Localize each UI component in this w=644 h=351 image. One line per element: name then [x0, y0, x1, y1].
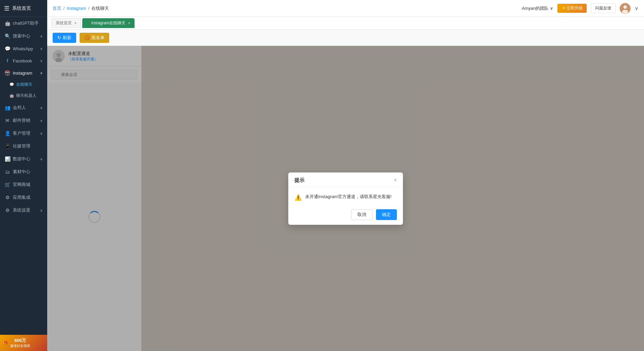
promo-icon: 🎁 — [3, 341, 8, 345]
upgrade-button[interactable]: ⚡立即升级 — [557, 4, 587, 13]
modal-body: ⚠️ 未开通Instagram官方通道，请联系星光客服! — [288, 187, 403, 206]
sidebar-instagram-label: Instagram — [13, 71, 32, 76]
sidebar-item-data[interactable]: 📊 数据中心 ∨ — [0, 153, 47, 165]
sidebar-item-social[interactable]: 📱 社媒管理 — [0, 140, 47, 153]
sidebar-item-online-chat[interactable]: 💬 在线聊天 — [0, 79, 47, 90]
breadcrumb-current: 在线聊天 — [91, 5, 109, 11]
sidebar-item-whatsapp[interactable]: 💬 WhatsApp ∨ — [0, 43, 47, 55]
tab-instagram-chat-close[interactable]: × — [128, 21, 130, 25]
sidebar-chatgpt-label: chatGPT助手 — [13, 20, 39, 26]
promo-subtext: 600万 — [10, 338, 30, 344]
team-arrow-icon: ∨ — [550, 6, 553, 11]
sidebar-home-label: 系统首页 — [12, 5, 31, 11]
blacklist-button[interactable]: 🚫 黑名单 — [80, 33, 109, 43]
modal-message: 未开通Instagram官方通道，请联系星光客服! — [305, 193, 391, 200]
sidebar-store-label: 官网商城 — [13, 182, 30, 188]
refresh-label: 刷新 — [63, 35, 71, 41]
blacklist-label: 黑名单 — [91, 35, 105, 41]
top-header: 首页 / Instagram / 在线聊天 Amyan的团队 ∨ ⚡立即升级 问… — [47, 0, 644, 17]
refresh-button[interactable]: ↻ 刷新 — [53, 33, 76, 43]
warning-icon: ⚠️ — [294, 194, 302, 201]
sidebar-header[interactable]: ☰ 系统首页 — [0, 0, 47, 17]
modal-confirm-button[interactable]: 确定 — [376, 209, 397, 220]
sidebar-apps-label: 应用集成 — [13, 194, 30, 200]
materials-icon: 🗂 — [5, 169, 10, 174]
sidebar-item-instagram[interactable]: 📷 Instagram ∨ — [0, 67, 47, 79]
sidebar-email-label: 邮件营销 — [13, 117, 30, 124]
modal-cancel-button[interactable]: 取消 — [351, 209, 373, 220]
avatar[interactable] — [620, 3, 631, 14]
team-label: Amyan的团队 — [522, 5, 549, 11]
content-area: 未配置通道 （联系客服开通） 🔍 提示 × — [47, 46, 644, 351]
blacklist-icon: 🚫 — [84, 35, 90, 40]
store-icon: 🛒 — [5, 182, 10, 187]
sidebar-item-facebook[interactable]: f Facebook ∨ — [0, 55, 47, 67]
main-content: 首页 / Instagram / 在线聊天 Amyan的团队 ∨ ⚡立即升级 问… — [47, 0, 644, 351]
tabs-bar: 系统首页 × Instagram在线聊天 × — [47, 17, 644, 30]
sidebar-search-label: 搜索中心 — [13, 33, 30, 39]
data-arrow-icon: ∨ — [40, 157, 42, 161]
modal-overlay: 提示 × ⚠️ 未开通Instagram官方通道，请联系星光客服! 取消 确定 — [47, 46, 644, 351]
sidebar-social-label: 社媒管理 — [13, 143, 30, 149]
sidebar-item-settings[interactable]: ⚙ 系统设置 ∨ — [0, 204, 47, 217]
breadcrumb: 首页 / Instagram / 在线聊天 — [53, 5, 109, 11]
sidebar-whatsapp-label: WhatsApp — [13, 46, 33, 51]
instagram-icon: 📷 — [5, 70, 10, 76]
modal-header: 提示 × — [288, 172, 403, 187]
tab-system-home-close[interactable]: × — [75, 21, 77, 25]
sidebar-item-chatgpt[interactable]: 🤖 chatGPT助手 — [0, 17, 47, 30]
sidebar-item-customers[interactable]: 👤 客户管理 ∨ — [0, 127, 47, 140]
team-selector[interactable]: Amyan的团队 ∨ — [522, 5, 553, 11]
promo-text: 邀请好友领奖 — [10, 344, 30, 348]
modal-title: 提示 — [294, 177, 304, 184]
svg-point-1 — [623, 5, 627, 9]
avatar-image — [620, 3, 631, 14]
customers-arrow-icon: ∨ — [40, 132, 42, 135]
tab-instagram-chat[interactable]: Instagram在线聊天 × — [82, 18, 135, 28]
facebook-arrow-icon: ∨ — [40, 59, 42, 63]
modal-dialog: 提示 × ⚠️ 未开通Instagram官方通道，请联系星光客服! 取消 确定 — [288, 172, 403, 225]
breadcrumb-home[interactable]: 首页 — [53, 5, 61, 11]
sidebar-online-chat-label: 在线聊天 — [16, 82, 32, 87]
sidebar-promo[interactable]: 🎁 600万 邀请好友领奖 — [0, 335, 47, 351]
chatgpt-icon: 🤖 — [5, 21, 10, 26]
refresh-icon: ↻ — [57, 35, 61, 40]
social-icon: 📱 — [5, 143, 10, 149]
search-nav-icon: 🔍 — [5, 33, 10, 39]
facebook-icon: f — [5, 58, 10, 63]
settings-arrow-icon: ∨ — [40, 209, 42, 212]
dropdown-arrow-icon[interactable]: ∨ — [635, 5, 639, 11]
sidebar-item-store[interactable]: 🛒 官网商城 — [0, 178, 47, 191]
breadcrumb-instagram[interactable]: Instagram — [67, 6, 86, 11]
modal-footer: 取消 确定 — [288, 206, 403, 225]
whatsapp-arrow-icon: ∨ — [40, 47, 42, 51]
tab-system-home[interactable]: 系统首页 × — [51, 18, 81, 28]
customers-icon: 👤 — [5, 131, 10, 136]
sidebar-settings-label: 系统设置 — [13, 207, 30, 213]
sidebar-item-email[interactable]: ✉ 邮件营销 ∨ — [0, 114, 47, 127]
members-arrow-icon: ∨ — [40, 106, 42, 110]
sidebar-item-chat-robot[interactable]: 🤖 聊天机器人 — [0, 90, 47, 101]
sidebar-item-apps[interactable]: ⚙ 应用集成 — [0, 191, 47, 204]
sidebar-data-label: 数据中心 — [13, 156, 30, 162]
instagram-arrow-icon: ∨ — [40, 71, 42, 75]
sidebar-item-materials[interactable]: 🗂 素材中心 — [0, 165, 47, 178]
sidebar-item-search[interactable]: 🔍 搜索中心 ∨ — [0, 30, 47, 43]
email-arrow-icon: ∨ — [40, 119, 42, 123]
feedback-button[interactable]: 问题反馈 — [591, 3, 616, 13]
apps-icon: ⚙ — [5, 195, 10, 200]
sidebar-facebook-label: Facebook — [13, 58, 32, 63]
search-arrow-icon: ∨ — [40, 34, 42, 38]
sidebar-members-label: 会邦人 — [13, 105, 26, 111]
sidebar-chat-robot-label: 聊天机器人 — [16, 93, 36, 99]
members-icon: 👥 — [5, 105, 10, 110]
whatsapp-icon: 💬 — [5, 46, 10, 51]
email-icon: ✉ — [5, 118, 10, 123]
svg-point-2 — [622, 10, 628, 14]
hamburger-icon[interactable]: ☰ — [4, 5, 9, 12]
sidebar-item-members[interactable]: 👥 会邦人 ∨ — [0, 101, 47, 114]
instagram-tab-dot — [87, 22, 89, 25]
breadcrumb-separator1: / — [63, 6, 65, 11]
tab-instagram-chat-label: Instagram在线聊天 — [91, 20, 125, 26]
modal-close-button[interactable]: × — [394, 177, 397, 183]
